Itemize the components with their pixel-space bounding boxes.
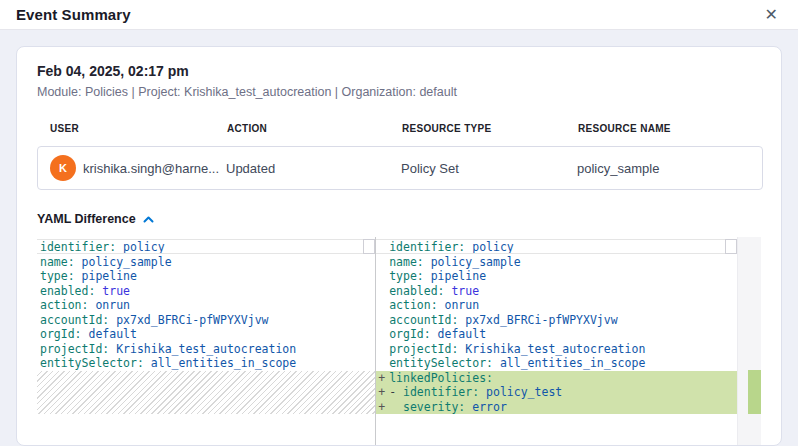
action-cell: Updated: [226, 161, 401, 176]
code-line: name: policy_sample: [37, 255, 375, 270]
audit-table: USER ACTION RESOURCE TYPE RESOURCE NAME …: [37, 123, 763, 190]
code-line-added: + severity: error: [376, 400, 737, 415]
yaml-difference-label: YAML Difference: [37, 212, 136, 226]
close-icon: ✕: [765, 6, 778, 23]
code-line: type: pipeline: [376, 269, 737, 284]
user-cell: K krishika.singh@harne...: [38, 155, 226, 181]
column-header-resource-type: RESOURCE TYPE: [402, 123, 578, 134]
diff-overview-ruler[interactable]: [738, 237, 761, 445]
diff-gutter-sign: [376, 284, 389, 299]
column-header-user: USER: [37, 123, 227, 134]
code-line: orgId: default: [37, 327, 375, 342]
column-header-action: ACTION: [227, 123, 402, 134]
event-meta: Module: Policies | Project: Krishika_tes…: [37, 85, 761, 99]
code-line: enabled: true: [376, 284, 737, 299]
diff-gutter-sign: +: [376, 371, 389, 386]
diff-gutter-sign: [376, 255, 389, 270]
code-line-added: +linkedPolicies:: [376, 371, 737, 386]
resource-type-cell: Policy Set: [401, 161, 577, 176]
code-line: projectId: Krishika_test_autocreation: [376, 342, 737, 357]
added-lines-marker: [748, 370, 761, 414]
yaml-difference-toggle[interactable]: YAML Difference: [37, 212, 154, 226]
column-header-resource-name: RESOURCE NAME: [578, 123, 763, 134]
code-line: action: onrun: [37, 298, 375, 313]
code-line-added: +- identifier: policy_test: [376, 385, 737, 400]
code-line: projectId: Krishika_test_autocreation: [37, 342, 375, 357]
diff-pane-modified[interactable]: identifier: policyname: policy_sampletyp…: [376, 237, 738, 445]
code-line: type: pipeline: [37, 269, 375, 284]
event-card: Feb 04, 2025, 02:17 pm Module: Policies …: [16, 46, 782, 446]
audit-table-header: USER ACTION RESOURCE TYPE RESOURCE NAME: [37, 123, 763, 134]
resource-name-cell: policy_sample: [577, 161, 762, 176]
code-line: entitySelector: all_entities_in_scope: [37, 356, 375, 371]
user-email: krishika.singh@harne...: [83, 161, 219, 176]
scrollbar-thumb-left[interactable]: [363, 239, 375, 254]
diff-gutter-sign: [376, 269, 389, 284]
diff-pane-original[interactable]: identifier: policyname: policy_sampletyp…: [37, 237, 375, 445]
diff-gutter-sign: +: [376, 385, 389, 400]
code-line: identifier: policy: [376, 240, 737, 255]
scrollbar-thumb-right[interactable]: [725, 239, 737, 254]
code-line: accountId: px7xd_BFRCi-pfWPYXVjvw: [37, 313, 375, 328]
avatar: K: [50, 155, 76, 181]
yaml-diff-viewer: identifier: policyname: policy_sampletyp…: [37, 237, 761, 445]
code-line: accountId: px7xd_BFRCi-pfWPYXVjvw: [376, 313, 737, 328]
diff-gutter-sign: [376, 327, 389, 342]
code-line: orgId: default: [376, 327, 737, 342]
diff-placeholder-hatch: [37, 371, 375, 415]
diff-gutter-sign: [376, 298, 389, 313]
modal-header: Event Summary ✕: [0, 0, 798, 30]
code-line: enabled: true: [37, 284, 375, 299]
event-timestamp: Feb 04, 2025, 02:17 pm: [37, 63, 761, 79]
diff-gutter-sign: [376, 356, 389, 371]
code-line: identifier: policy: [37, 240, 375, 255]
diff-gutter-sign: [376, 342, 389, 357]
code-line: action: onrun: [376, 298, 737, 313]
close-button[interactable]: ✕: [761, 5, 782, 25]
code-line: entitySelector: all_entities_in_scope: [376, 356, 737, 371]
page-title: Event Summary: [16, 6, 131, 23]
diff-gutter-sign: +: [376, 400, 389, 415]
diff-gutter-sign: [376, 313, 389, 328]
chevron-up-icon: [143, 216, 154, 223]
diff-gutter-sign: [376, 240, 389, 255]
code-line: name: policy_sample: [376, 255, 737, 270]
table-row: K krishika.singh@harne... Updated Policy…: [37, 146, 763, 190]
modal-body: Feb 04, 2025, 02:17 pm Module: Policies …: [0, 30, 798, 446]
